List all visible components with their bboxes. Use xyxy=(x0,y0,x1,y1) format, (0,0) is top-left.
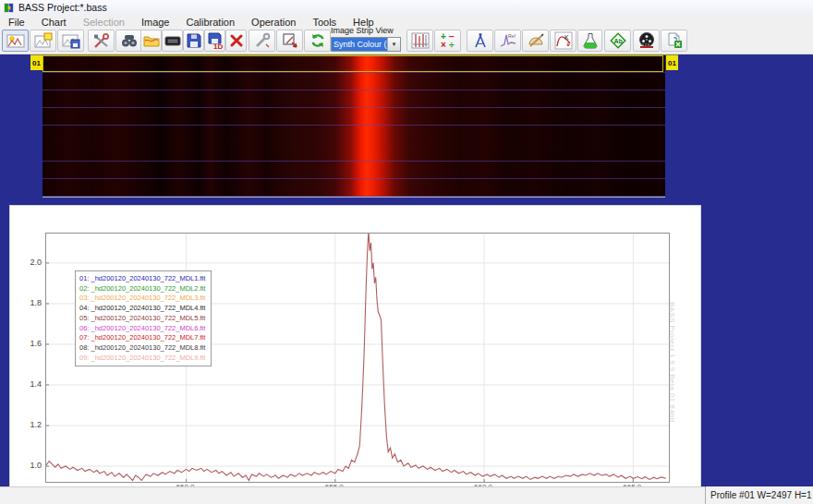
toolbar: 1D Image Strip View Synth Colour (stret xyxy=(0,29,813,54)
floppy-save-icon xyxy=(185,31,203,50)
refresh-icon xyxy=(309,31,327,50)
menu-image[interactable]: Image xyxy=(133,17,178,28)
profile-chart-window: 1.01.21.41.61.82.0 650.0655.0660.0665.0 … xyxy=(9,205,701,489)
tools-button[interactable] xyxy=(88,30,115,52)
ccd-camera-button[interactable] xyxy=(162,30,183,52)
legend-entry[interactable]: 03: _hd200120_20240130_722_MDL3.fit xyxy=(79,294,207,304)
selected-strip-outline xyxy=(42,55,663,72)
planck-curve-button[interactable]: K xyxy=(550,30,576,52)
status-profile-info: Profile #01 W=2497 H=1 Dispersio xyxy=(705,486,813,504)
legend-entry[interactable]: 06: _hd200120_20240130_722_MDL6.fit xyxy=(79,324,207,334)
crop-resize-button[interactable] xyxy=(276,30,303,52)
svg-text:Ref: Ref xyxy=(508,33,516,39)
legend-entry[interactable]: 02: _hd200120_20240130_722_MDL2.fit xyxy=(79,284,207,294)
menu-operation[interactable]: Operation xyxy=(243,17,304,28)
y-tick-label: 1.4 xyxy=(21,379,42,389)
film-reel-icon: 1 2 3 xyxy=(637,31,656,50)
window-title: BASS Project:*.bass xyxy=(18,2,107,13)
title-bar: BASS Project:*.bass xyxy=(0,0,813,15)
floppy-save-1d-icon: 1D xyxy=(206,31,224,50)
strip-view-selected-value: Synth Colour (stret xyxy=(332,38,387,51)
menu-bar: File Chart Selection Image Calibration O… xyxy=(0,15,813,29)
strip-label-right[interactable]: 01 xyxy=(666,55,678,70)
element-ab-diamond-icon: Ab xyxy=(609,31,627,50)
flask-icon xyxy=(581,31,600,50)
menu-chart[interactable]: Chart xyxy=(33,17,75,28)
math-operations-button[interactable]: + − × ÷ xyxy=(434,30,461,52)
copy-image-button[interactable] xyxy=(30,30,56,52)
legend-entry[interactable]: 01: _hd200120_20240130_722_MDL1.fit xyxy=(79,274,207,284)
menu-calibration[interactable]: Calibration xyxy=(177,17,243,28)
compass-icon xyxy=(471,31,490,50)
image-note-icon xyxy=(34,31,53,50)
save-button[interactable] xyxy=(183,30,204,52)
refresh-button[interactable] xyxy=(304,30,331,52)
app-icon xyxy=(4,3,14,13)
y-tick-label: 2.0 xyxy=(21,258,42,267)
image-sun-icon xyxy=(6,31,25,50)
delete-button[interactable] xyxy=(225,30,247,52)
save-image-button[interactable] xyxy=(57,30,84,52)
image-save-icon xyxy=(62,31,80,50)
menu-selection: Selection xyxy=(75,17,133,28)
legend-box[interactable]: 01: _hd200120_20240130_722_MDL1.fit02: _… xyxy=(75,270,212,366)
export-excel-button[interactable] xyxy=(661,30,687,52)
binoculars-icon xyxy=(120,31,139,50)
math-ops-icon: + − × ÷ xyxy=(439,31,457,50)
legend-entry[interactable]: 09: _hd200120_20240130_722_MDL9.fit xyxy=(79,354,207,364)
y-tick-label: 1.6 xyxy=(21,339,42,348)
protractor-icon xyxy=(527,31,545,50)
svg-text:Ab: Ab xyxy=(613,38,622,44)
protractor-button[interactable] xyxy=(522,30,549,52)
strip-view-label: Image Strip View xyxy=(331,26,394,35)
status-bar xyxy=(0,486,813,504)
svg-text:1 2 3: 1 2 3 xyxy=(642,43,649,47)
legend-entry[interactable]: 05: _hd200120_20240130_722_MDL5.fit xyxy=(79,314,207,324)
strip-view-dropdown[interactable]: Synth Colour (stret ▼ xyxy=(331,37,401,52)
strip-lines-icon xyxy=(411,31,430,50)
export-excel-icon xyxy=(665,31,684,50)
legend-entry[interactable]: 04: _hd200120_20240130_722_MDL4.fit xyxy=(79,304,207,314)
open-folder-button[interactable] xyxy=(140,30,162,52)
planck-curve-icon: K xyxy=(554,31,573,50)
gray-wrench-icon xyxy=(253,31,272,50)
watermark-text: BASS Project 1.9.9 Beta 01 64bit xyxy=(668,302,676,440)
element-lines-button[interactable]: Ab xyxy=(604,30,631,52)
legend-entry[interactable]: 07: _hd200120_20240130_722_MDL7.fit xyxy=(79,333,207,343)
film-database-button[interactable]: 1 2 3 xyxy=(633,30,660,52)
svg-text:1D: 1D xyxy=(213,42,223,50)
dropdown-arrow-icon[interactable]: ▼ xyxy=(387,38,400,51)
y-tick-label: 1.0 xyxy=(21,461,42,470)
spectrum-strip-image[interactable] xyxy=(42,55,665,198)
svg-text:K: K xyxy=(564,34,569,41)
svg-text:×: × xyxy=(441,40,446,50)
svg-text:÷: ÷ xyxy=(449,40,455,50)
reference-profile-button[interactable]: Ref xyxy=(494,30,521,52)
chemistry-flask-button[interactable] xyxy=(577,30,602,52)
strip-label-left[interactable]: 01 xyxy=(30,55,42,70)
compass-measure-button[interactable] xyxy=(467,30,493,52)
bass-application: { "window": { "title": "BASS Project:*.b… xyxy=(0,0,813,504)
strip-lines-view-button[interactable] xyxy=(406,30,433,52)
red-x-icon xyxy=(227,31,246,50)
save-1d-button[interactable]: 1D xyxy=(204,30,225,52)
reference-profile-icon: Ref xyxy=(499,31,517,50)
y-tick-label: 1.2 xyxy=(21,420,42,429)
ccd-camera-icon xyxy=(164,31,182,50)
crop-icon xyxy=(281,31,299,50)
open-folder-icon xyxy=(142,31,161,50)
search-preview-button[interactable] xyxy=(115,30,142,52)
y-tick-label: 1.8 xyxy=(21,298,42,307)
wrench-screwdriver-icon xyxy=(92,31,111,50)
settings-wrench-button[interactable] xyxy=(249,30,275,52)
menu-file[interactable]: File xyxy=(0,17,33,28)
legend-entry[interactable]: 08: _hd200120_20240130_722_MDL8.fit xyxy=(79,343,207,354)
new-image-button[interactable] xyxy=(2,30,29,52)
image-strip-panel: 01 01 xyxy=(30,54,678,198)
